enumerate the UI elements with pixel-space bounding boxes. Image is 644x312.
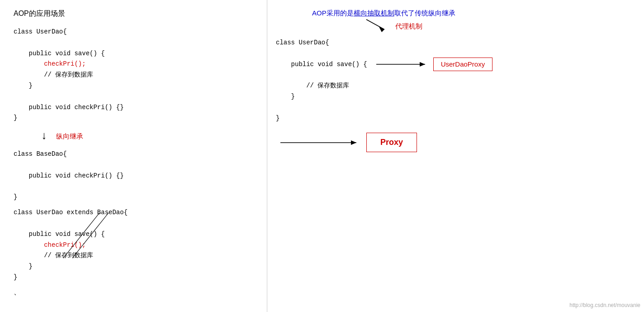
right-code-area: class UserDao{ public void save() { // 保… xyxy=(276,38,630,124)
proxy-mechanism-row: 代理机制 xyxy=(366,19,630,33)
save-arrow-svg xyxy=(376,61,431,68)
right-code-block: class UserDao{ public void save() { // 保… xyxy=(276,38,367,124)
aop-desc-normal: AOP采用的是 xyxy=(312,9,354,18)
svg-marker-5 xyxy=(420,62,425,67)
aop-desc-end: 取代了传统纵向继承 xyxy=(394,9,455,18)
code-block-2: class BaseDao{ public void checkPri() {}… xyxy=(14,149,249,203)
left-panel: AOP的应用场景 class UserDao{ public void save… xyxy=(0,0,262,312)
code-block-1: class UserDao{ public void save() { chec… xyxy=(14,27,249,124)
page-container: AOP的应用场景 class UserDao{ public void save… xyxy=(0,0,644,312)
proxy-mechanism-label: 代理机制 xyxy=(395,22,422,31)
proxy-arrow-svg xyxy=(366,19,393,33)
watermark: http://blog.csdn.net/mouvanie xyxy=(569,302,640,308)
svg-line-0 xyxy=(63,213,99,258)
right-panel: AOP采用的是 横向抽取机制 取代了传统纵向继承 代理机制 class User… xyxy=(262,0,644,312)
bottom-mark: 、 xyxy=(14,288,249,297)
proxy-long-arrow-svg xyxy=(280,139,362,146)
svg-line-2 xyxy=(366,19,384,29)
inheritance-arrow-section: ↓ 纵向继承 xyxy=(41,131,249,142)
proxy-label: Proxy xyxy=(380,138,403,147)
aop-desc-underline: 横向抽取机制 xyxy=(354,9,394,18)
inheritance-label: 纵向继承 xyxy=(56,132,83,141)
svg-line-1 xyxy=(72,213,109,258)
aop-description-row: AOP采用的是 横向抽取机制 取代了传统纵向继承 xyxy=(312,9,630,18)
section-title: AOP的应用场景 xyxy=(14,9,249,19)
down-arrow: ↓ xyxy=(41,131,47,142)
proxy-box: Proxy xyxy=(366,133,417,152)
svg-marker-3 xyxy=(379,27,384,32)
arrow-down-icon: ↓ xyxy=(41,131,47,142)
diagonal-lines-svg xyxy=(63,213,154,267)
userdao-proxy-label: UserDaoProxy xyxy=(441,60,485,68)
proxy-row: Proxy xyxy=(280,133,630,152)
userdao-proxy-box: UserDaoProxy xyxy=(433,58,493,71)
svg-marker-7 xyxy=(351,140,356,145)
save-arrow-row: UserDaoProxy xyxy=(376,58,493,71)
